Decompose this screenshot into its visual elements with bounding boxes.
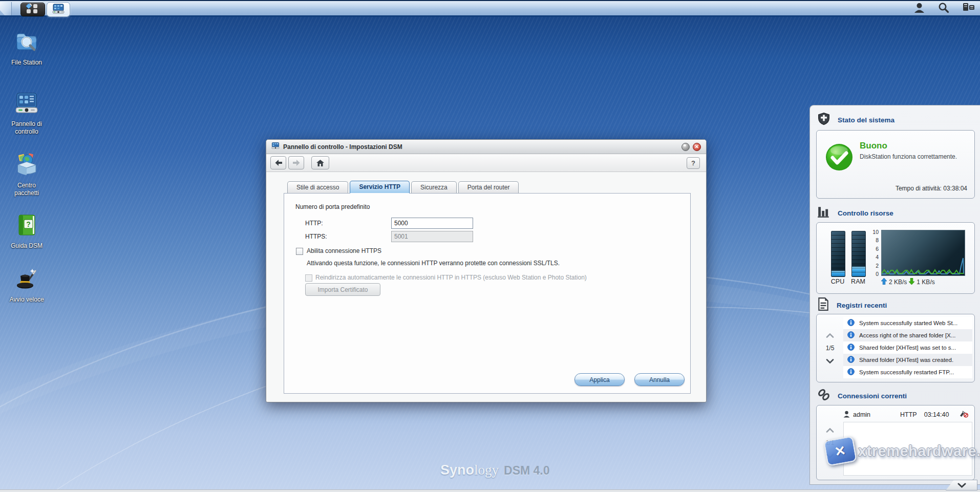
connection-user: admin xyxy=(853,411,870,418)
forward-button[interactable] xyxy=(288,156,304,169)
xtremehardware-text: xtremehardware.it xyxy=(858,443,980,460)
recent-logs-header: Registri recenti xyxy=(817,298,887,312)
taskbar-control-panel-button[interactable] xyxy=(47,3,70,16)
brand-bold: Syno xyxy=(440,462,474,478)
control-panel-icon xyxy=(14,91,39,118)
user-icon[interactable] xyxy=(914,2,925,15)
log-text: Shared folder [XHTest] was created. xyxy=(859,357,953,363)
desktop-icon-label: Avvio veloce xyxy=(9,296,44,304)
ram-meter xyxy=(851,231,866,277)
taskbar xyxy=(0,0,980,17)
info-icon xyxy=(847,331,855,339)
tab-servizio-http[interactable]: Servizio HTTP xyxy=(350,181,410,194)
redirect-https-label: Reindirizza automaticamente le connessio… xyxy=(315,274,587,281)
page-up-icon[interactable] xyxy=(826,425,834,435)
network-y-axis: 108 64 20 xyxy=(867,229,879,277)
system-status-box: Buono DiskStation funziona correttamente… xyxy=(816,130,975,199)
main-menu-icon xyxy=(26,4,39,15)
uptime-text: Tempo di attività: 03:38:04 xyxy=(896,185,967,192)
log-row[interactable]: Shared folder [XHTest] was set to s... xyxy=(843,341,972,354)
main-menu-button[interactable] xyxy=(20,3,45,16)
desktop-icon-dsm-help[interactable]: ? Guida DSM xyxy=(3,213,50,250)
minimize-button[interactable] xyxy=(681,143,690,151)
quick-start-icon xyxy=(14,267,39,293)
help-button[interactable]: ? xyxy=(687,157,700,169)
bottom-edge xyxy=(0,489,980,492)
widget-title: Stato del sistema xyxy=(838,116,894,124)
system-status-header: Stato del sistema xyxy=(817,113,894,127)
resource-monitor-box: CPU RAM 108 64 20 2 KB/s 1 KB/s xyxy=(816,222,975,294)
dsm-help-icon: ? xyxy=(14,213,39,240)
log-row[interactable]: System successfully restarted FTP... xyxy=(843,366,972,378)
svg-text:?: ? xyxy=(26,220,31,228)
xtremehardware-logo-icon: ✕ xyxy=(823,436,857,466)
logs-page-indicator: 1/5 xyxy=(826,345,835,352)
upload-rate: 2 KB/s xyxy=(889,279,907,286)
tab-sicurezza[interactable]: Sicurezza xyxy=(411,181,457,194)
ram-label: RAM xyxy=(849,278,867,285)
close-button[interactable]: ✕ xyxy=(693,143,701,151)
widget-title: Controllo risorse xyxy=(838,209,893,217)
desktop-icon-file-station[interactable]: File Station xyxy=(3,30,50,67)
desktop-icon-label: File Station xyxy=(11,59,42,67)
tab-stile-di-accesso[interactable]: Stile di accesso xyxy=(287,181,348,194)
search-icon[interactable] xyxy=(938,2,949,15)
tab-porta-del-router[interactable]: Porta del router xyxy=(458,181,519,194)
https-port-label: HTTPS: xyxy=(305,233,327,240)
network-rates: 2 KB/s 1 KB/s xyxy=(881,278,935,286)
page-up-icon[interactable] xyxy=(826,331,834,340)
dsm-version: DSM 4.0 xyxy=(504,464,549,478)
log-row[interactable]: System successfully started Web St... xyxy=(843,317,972,329)
connection-protocol: HTTP xyxy=(900,411,917,418)
https-note: Attivando questa funzione, le connession… xyxy=(307,260,560,267)
control-panel-window: Pannello di controllo - Impostazioni DSM… xyxy=(266,139,707,402)
connection-row[interactable]: admin HTTP 03:14:40 xyxy=(843,409,972,421)
connections-header: Connessioni correnti xyxy=(817,389,907,403)
upload-series xyxy=(882,270,964,273)
dsm-watermark: Synology DSM 4.0 xyxy=(440,462,550,478)
back-button[interactable] xyxy=(270,156,286,169)
desktop-icon-label: Guida DSM xyxy=(11,242,42,250)
status-value: Buono xyxy=(860,141,887,151)
disconnect-icon[interactable] xyxy=(959,410,968,419)
window-toolbar: ? xyxy=(266,154,706,172)
user-icon xyxy=(843,411,850,419)
widget-title: Connessioni correnti xyxy=(838,392,907,400)
redirect-https-checkbox xyxy=(305,274,312,282)
cancel-button[interactable]: Annulla xyxy=(634,373,685,386)
chevron-down-icon xyxy=(957,481,966,490)
show-desktop-button[interactable] xyxy=(0,2,12,15)
window-titlebar[interactable]: Pannello di controllo - Impostazioni DSM… xyxy=(266,140,706,154)
enable-https-checkbox[interactable] xyxy=(296,248,303,255)
status-ok-icon xyxy=(825,143,854,174)
desktop-icon-quick-start[interactable]: Avvio veloce xyxy=(3,267,50,304)
home-button[interactable] xyxy=(311,156,329,169)
chain-links-icon xyxy=(817,388,830,403)
pilot-view-icon[interactable] xyxy=(963,3,975,15)
https-port-input xyxy=(391,231,473,242)
desktop: File Station Pannello di controllo xyxy=(0,0,980,492)
shield-cross-icon xyxy=(817,112,830,127)
download-rate: 1 KB/s xyxy=(917,279,934,286)
http-port-input[interactable] xyxy=(391,218,473,229)
info-icon xyxy=(847,319,855,327)
desktop-icon-control-panel[interactable]: Pannello di controllo xyxy=(3,91,50,135)
network-graph xyxy=(881,230,965,276)
log-row[interactable]: Access right of the shared folder [X... xyxy=(843,329,972,341)
page-down-icon[interactable] xyxy=(826,356,834,366)
desktop-icon-package-center[interactable]: Centro pacchetti xyxy=(3,153,50,197)
upload-arrow-icon xyxy=(881,278,887,286)
desktop-icon-label: Pannello di controllo xyxy=(5,120,49,135)
window-title: Pannello di controllo - Impostazioni DSM xyxy=(283,143,678,151)
widget-title: Registri recenti xyxy=(837,302,887,309)
widget-panel: Stato del sistema Buono DiskStation funz… xyxy=(809,105,980,485)
log-text: System successfully restarted FTP... xyxy=(859,369,954,375)
download-arrow-icon xyxy=(909,278,914,286)
cpu-meter xyxy=(831,231,845,277)
control-panel-icon xyxy=(52,4,65,16)
log-row[interactable]: Shared folder [XHTest] was created. xyxy=(843,354,972,366)
http-port-label: HTTP: xyxy=(305,220,323,227)
info-icon xyxy=(847,368,855,376)
apply-button[interactable]: Applica xyxy=(574,373,625,386)
import-certificate-button: Importa Certificato xyxy=(305,283,380,296)
